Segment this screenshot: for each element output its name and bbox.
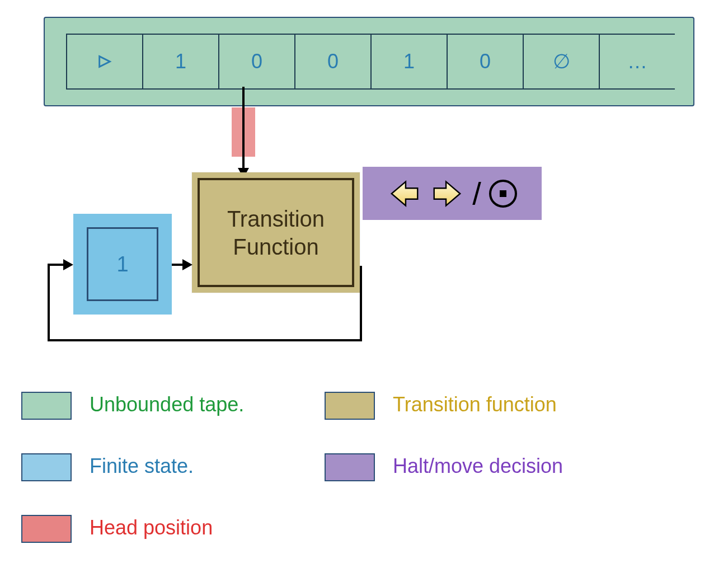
legend-swatch-head: [21, 515, 72, 543]
arrow-left-icon: [387, 176, 422, 211]
tape-cell-6-blank: ∅: [523, 34, 599, 90]
legend-label-halt: Halt/move decision: [393, 454, 563, 478]
loop-line-bottom: [48, 339, 362, 341]
transition-function-box: Transition Function: [198, 178, 354, 287]
arrow-right-icon: [430, 176, 464, 211]
turing-machine-diagram: 1 0 0 1 0 ∅ … Transition Function / 1: [0, 0, 728, 577]
tape-cell-3: 0: [294, 34, 370, 90]
legend-label-tape: Unbounded tape.: [90, 393, 244, 416]
tape-cell-1: 1: [142, 34, 218, 90]
tape-cell-4: 1: [370, 34, 447, 90]
finite-state-value: 1: [116, 252, 128, 276]
loop-line-right: [360, 266, 362, 341]
loop-line-left: [48, 264, 50, 341]
tape-cell-2: 0: [218, 34, 294, 90]
sf-arrowhead-icon: [182, 259, 192, 270]
legend-swatch-state: [21, 453, 72, 481]
legend-swatch-fn: [325, 392, 375, 420]
halt-move-decision-box: /: [363, 167, 542, 220]
halt-dot-icon: [500, 190, 506, 197]
legend-swatch-tape: [21, 392, 72, 420]
halt-icon: [489, 180, 517, 208]
start-marker-icon: [97, 54, 112, 69]
tape-cell-7-ellipsis: …: [599, 34, 675, 90]
tape-cell-0-start-marker: [66, 34, 142, 90]
legend-label-state: Finite state.: [90, 454, 194, 478]
slash-separator: /: [472, 175, 481, 212]
tape-row: 1 0 0 1 0 ∅ …: [66, 34, 675, 90]
transition-function-label: Transition Function: [227, 205, 325, 261]
finite-state-box: 1: [87, 227, 158, 301]
legend-swatch-halt: [325, 453, 375, 481]
tape-cell-5: 0: [447, 34, 523, 90]
legend-label-fn: Transition function: [393, 393, 557, 416]
legend-label-head: Head position: [90, 516, 213, 540]
loop-arrowhead-icon: [63, 259, 73, 270]
arrow-tape-to-function: [242, 87, 245, 173]
